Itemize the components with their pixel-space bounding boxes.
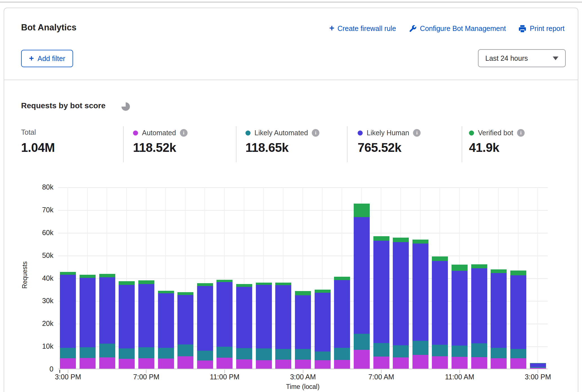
bar-segment-likely-human[interactable]	[491, 273, 507, 348]
bar-segment-automated[interactable]	[295, 360, 311, 369]
info-icon[interactable]: i	[180, 129, 188, 137]
bar-segment-automated[interactable]	[138, 358, 154, 369]
chart-bar-11:00 AM[interactable]	[452, 265, 468, 369]
bar-segment-likely-automated[interactable]	[177, 344, 193, 356]
chart-bar-3:00 PM[interactable]	[60, 272, 76, 369]
bar-segment-likely-human[interactable]	[432, 261, 448, 345]
bar-segment-verified-bot[interactable]	[60, 272, 76, 275]
bar-segment-automated[interactable]	[256, 360, 272, 369]
bar-segment-likely-automated[interactable]	[256, 348, 272, 360]
bar-segment-likely-automated[interactable]	[99, 344, 115, 357]
bar-segment-verified-bot[interactable]	[471, 264, 487, 269]
bar-segment-automated[interactable]	[315, 360, 331, 369]
bar-segment-likely-automated[interactable]	[491, 348, 507, 358]
chart-bar-3:00 PM[interactable]	[530, 363, 546, 369]
bar-segment-likely-automated[interactable]	[432, 345, 448, 356]
bar-segment-likely-human[interactable]	[177, 295, 193, 344]
bar-segment-likely-human[interactable]	[334, 280, 350, 348]
bar-segment-likely-automated[interactable]	[119, 348, 135, 359]
bar-segment-automated[interactable]	[197, 361, 213, 369]
bar-segment-likely-human[interactable]	[60, 275, 76, 348]
bar-segment-automated[interactable]	[60, 358, 76, 369]
bar-segment-likely-human[interactable]	[393, 242, 409, 345]
bar-segment-likely-human[interactable]	[471, 268, 487, 343]
bar-segment-verified-bot[interactable]	[138, 280, 154, 284]
bar-segment-likely-automated[interactable]	[354, 334, 370, 350]
bar-segment-likely-automated[interactable]	[412, 341, 428, 355]
chart-bar-11:00 PM[interactable]	[216, 280, 233, 369]
bar-segment-verified-bot[interactable]	[275, 283, 291, 285]
print-report-link[interactable]: Print report	[518, 24, 565, 33]
chart-bar-12:00 AM[interactable]	[236, 284, 252, 369]
bar-segment-automated[interactable]	[80, 358, 96, 369]
time-range-select[interactable]: Last 24 hours	[478, 49, 566, 67]
info-icon[interactable]: i	[413, 129, 421, 137]
bar-segment-automated[interactable]	[354, 350, 370, 369]
chart-bar-1:00 AM[interactable]	[256, 283, 272, 369]
bar-segment-automated[interactable]	[471, 357, 487, 369]
chart-bar-10:00 PM[interactable]	[197, 283, 213, 369]
bar-segment-automated[interactable]	[236, 359, 252, 369]
info-icon[interactable]: i	[312, 129, 319, 137]
bar-segment-automated[interactable]	[452, 357, 468, 369]
bar-segment-likely-human[interactable]	[236, 287, 252, 348]
bar-segment-likely-human[interactable]	[412, 244, 428, 341]
bar-segment-likely-human[interactable]	[373, 241, 389, 343]
bar-segment-likely-human[interactable]	[216, 282, 233, 347]
bar-segment-verified-bot[interactable]	[236, 284, 252, 287]
bar-segment-automated[interactable]	[177, 356, 193, 369]
info-icon[interactable]: i	[517, 129, 525, 137]
bar-segment-verified-bot[interactable]	[295, 291, 311, 295]
chart-bar-5:00 PM[interactable]	[99, 274, 115, 369]
bar-segment-verified-bot[interactable]	[373, 236, 389, 240]
bar-segment-automated[interactable]	[393, 357, 409, 369]
bar-segment-likely-human[interactable]	[119, 285, 135, 348]
chart-bar-3:00 AM[interactable]	[295, 291, 311, 369]
bar-segment-likely-automated[interactable]	[295, 349, 311, 360]
bar-segment-likely-automated[interactable]	[60, 348, 76, 358]
create-firewall-rule-link[interactable]: + Create firewall rule	[329, 24, 396, 33]
bar-segment-automated[interactable]	[158, 359, 174, 369]
bar-segment-verified-bot[interactable]	[99, 274, 115, 277]
bar-segment-likely-human[interactable]	[138, 284, 154, 347]
add-filter-button[interactable]: + Add filter	[21, 50, 73, 67]
bar-segment-verified-bot[interactable]	[412, 240, 428, 244]
bar-segment-likely-automated[interactable]	[452, 346, 468, 357]
bar-segment-automated[interactable]	[216, 358, 233, 369]
bar-segment-likely-automated[interactable]	[158, 348, 174, 359]
bar-segment-verified-bot[interactable]	[80, 275, 96, 278]
chart-bar-8:00 AM[interactable]	[393, 238, 409, 369]
bar-segment-likely-automated[interactable]	[471, 343, 487, 357]
bar-segment-likely-human[interactable]	[197, 286, 213, 351]
chart-bar-2:00 AM[interactable]	[275, 283, 291, 369]
chart-bar-10:00 AM[interactable]	[432, 256, 448, 369]
chart-bar-1:00 PM[interactable]	[491, 269, 507, 369]
bar-segment-verified-bot[interactable]	[216, 280, 233, 282]
bar-segment-verified-bot[interactable]	[197, 283, 213, 286]
bar-segment-likely-human[interactable]	[510, 275, 526, 349]
bar-segment-verified-bot[interactable]	[510, 271, 526, 275]
bar-segment-likely-human[interactable]	[315, 293, 331, 352]
bar-segment-verified-bot[interactable]	[452, 265, 468, 271]
bar-segment-likely-human[interactable]	[295, 295, 311, 349]
bar-segment-automated[interactable]	[334, 360, 350, 369]
bar-segment-likely-human[interactable]	[256, 285, 272, 348]
chart-bar-6:00 PM[interactable]	[119, 281, 135, 369]
bar-segment-automated[interactable]	[491, 358, 507, 369]
bar-segment-likely-human[interactable]	[158, 293, 174, 348]
chart-bar-4:00 PM[interactable]	[80, 275, 96, 369]
bar-segment-verified-bot[interactable]	[315, 290, 331, 293]
bar-segment-likely-human[interactable]	[99, 277, 115, 344]
bar-segment-verified-bot[interactable]	[158, 291, 174, 293]
bar-segment-likely-automated[interactable]	[315, 352, 331, 361]
bar-segment-automated[interactable]	[275, 360, 291, 369]
bar-segment-likely-human[interactable]	[275, 285, 291, 349]
bar-segment-likely-human[interactable]	[354, 217, 370, 334]
chart-bar-7:00 PM[interactable]	[138, 280, 154, 369]
bar-segment-verified-bot[interactable]	[393, 238, 409, 242]
bar-segment-verified-bot[interactable]	[119, 281, 135, 285]
bar-segment-verified-bot[interactable]	[256, 283, 272, 285]
bar-segment-verified-bot[interactable]	[491, 269, 507, 273]
chart-bar-12:00 PM[interactable]	[471, 264, 487, 369]
chart-bar-5:00 AM[interactable]	[334, 277, 350, 369]
